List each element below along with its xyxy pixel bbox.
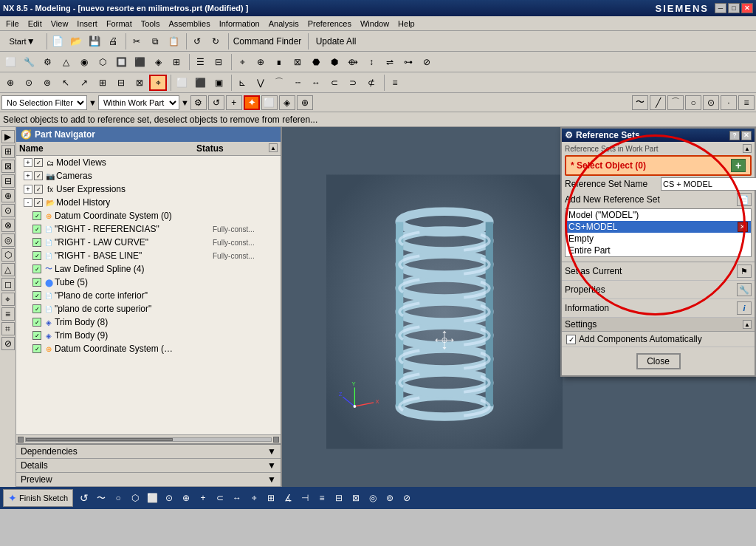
- tb2-btn11[interactable]: ☰: [191, 54, 209, 70]
- tb3-btn7[interactable]: ⊟: [112, 75, 130, 91]
- menu-information[interactable]: Information: [215, 18, 264, 30]
- menu-insert[interactable]: Insert: [72, 18, 102, 30]
- copy-btn[interactable]: ⧉: [146, 33, 164, 50]
- hscroll-track[interactable]: [25, 437, 272, 442]
- finish-sketch-button[interactable]: ✦ Finish Sketch: [3, 489, 73, 507]
- tb2-btn18[interactable]: ⬢: [326, 54, 343, 70]
- preview-header[interactable]: Preview ▼: [16, 473, 281, 486]
- task-tb-19[interactable]: ⊚: [382, 490, 398, 506]
- task-tb-11[interactable]: ⌖: [246, 490, 262, 506]
- tb3-btn17[interactable]: ↔: [307, 75, 325, 91]
- pn-row-plano-superior[interactable]: ✓ 📄 "plano de corte superior": [16, 302, 281, 315]
- open-btn[interactable]: 📂: [67, 33, 85, 50]
- filter-pt-btn[interactable]: ·: [721, 95, 737, 110]
- task-tb-10[interactable]: ↔: [229, 490, 245, 506]
- tb2-btn20[interactable]: ↕: [362, 54, 380, 70]
- filter-reset-btn[interactable]: ↺: [208, 95, 224, 110]
- task-tb-7[interactable]: ⊕: [178, 490, 194, 506]
- pn-row-cameras[interactable]: + ✓ 📷 Cameras: [16, 169, 281, 182]
- task-tb-13[interactable]: ∡: [280, 490, 296, 506]
- pn-hscrollbar[interactable]: [16, 434, 281, 443]
- task-tb-4[interactable]: ⬡: [127, 490, 143, 506]
- side-icon-6[interactable]: ⊙: [1, 204, 15, 217]
- rsd-list-item-empty[interactable]: Empty: [566, 233, 751, 245]
- tb3-btn8[interactable]: ⊠: [131, 75, 148, 91]
- menu-tools[interactable]: Tools: [137, 18, 165, 30]
- rsd-list-item-cs-model[interactable]: CS+MODEL ✕: [566, 221, 751, 233]
- tb2-btn21[interactable]: ⇌: [381, 54, 399, 70]
- menu-help[interactable]: Help: [394, 18, 419, 30]
- rsd-settings-expand-btn[interactable]: ▲: [743, 320, 752, 329]
- details-header[interactable]: Details ▼: [16, 459, 281, 472]
- check-cameras[interactable]: ✓: [34, 171, 43, 180]
- tb2-btn3[interactable]: ⚙: [38, 54, 56, 70]
- tb3-btn1[interactable]: ⊕: [1, 75, 19, 91]
- check-trim-body-9[interactable]: ✓: [32, 331, 41, 340]
- task-tb-8[interactable]: +: [195, 490, 211, 506]
- task-tb-1[interactable]: ↺: [76, 490, 92, 506]
- filter-arc-btn[interactable]: ⌒: [667, 95, 684, 110]
- pn-row-right-ref[interactable]: ✓ 📄 "RIGHT - REFERENCIAS" Fully-const...: [16, 222, 281, 236]
- side-icon-13[interactable]: ≡: [1, 307, 15, 321]
- filter-curve-btn[interactable]: 〜: [632, 95, 648, 110]
- check-trim-body-8[interactable]: ✓: [32, 318, 41, 327]
- cut-btn[interactable]: ✂: [128, 33, 145, 50]
- undo-btn[interactable]: ↺: [188, 33, 206, 50]
- menu-window[interactable]: Window: [356, 18, 394, 30]
- check-model-history[interactable]: ✓: [34, 198, 43, 207]
- rsd-information-row[interactable]: Information i: [562, 299, 755, 318]
- task-tb-5[interactable]: ⬜: [144, 490, 160, 506]
- side-icon-10[interactable]: △: [1, 263, 15, 276]
- no-selection-filter-dropdown[interactable]: No Selection Filter: [1, 95, 87, 110]
- menu-file[interactable]: File: [1, 18, 24, 30]
- rsd-close-x-btn[interactable]: ✕: [741, 131, 752, 140]
- pn-row-datum-coord[interactable]: ✓ ⊕ Datum Coordinate System (0): [16, 209, 281, 222]
- menu-format[interactable]: Format: [102, 18, 137, 30]
- side-icon-8[interactable]: ◎: [1, 233, 15, 247]
- tb2-btn23[interactable]: ⊘: [418, 54, 436, 70]
- side-icon-1[interactable]: ▶: [1, 130, 15, 143]
- filter-add-btn[interactable]: +: [226, 95, 242, 110]
- tb2-btn22[interactable]: ⊶: [399, 54, 417, 70]
- filter-box-btn[interactable]: ⬜: [261, 95, 278, 110]
- menu-edit[interactable]: Edit: [24, 18, 47, 30]
- side-icon-11[interactable]: ◻: [1, 278, 15, 291]
- tb3-btn19[interactable]: ⊃: [344, 75, 362, 91]
- side-icon-2[interactable]: ⊞: [1, 145, 15, 158]
- within-work-part-dropdown[interactable]: Within Work Part an: [98, 95, 179, 110]
- menu-analysis[interactable]: Analysis: [264, 18, 303, 30]
- tb3-btn14[interactable]: ⋁: [252, 75, 269, 91]
- check-model-views[interactable]: ✓: [34, 158, 43, 167]
- tb3-btn5[interactable]: ↗: [75, 75, 93, 91]
- 3d-viewport[interactable]: X Y Z: [282, 127, 756, 487]
- tb3-btn10[interactable]: ⬜: [173, 75, 190, 91]
- check-user-expr[interactable]: ✓: [34, 185, 43, 194]
- task-tb-6[interactable]: ⊙: [161, 490, 177, 506]
- tb3-btn9[interactable]: ⌖: [149, 75, 167, 91]
- tb3-btn4[interactable]: ↖: [57, 75, 75, 91]
- side-icon-7[interactable]: ⊗: [1, 219, 15, 232]
- tb2-btn17[interactable]: ⬣: [307, 54, 325, 70]
- cmd-finder-btn[interactable]: Command Finder: [230, 33, 304, 50]
- tb3-btn15[interactable]: ⌒: [270, 75, 288, 91]
- task-tb-16[interactable]: ⊟: [331, 490, 347, 506]
- rsd-add-object-btn[interactable]: +: [731, 159, 746, 172]
- paste-btn[interactable]: 📋: [165, 33, 182, 50]
- tb2-btn12[interactable]: ⊟: [210, 54, 227, 70]
- tb3-btn20[interactable]: ⊄: [362, 75, 380, 91]
- tb3-btn3[interactable]: ⊚: [38, 75, 56, 91]
- side-icon-15[interactable]: ⊘: [1, 337, 15, 350]
- update-all-btn[interactable]: Update All: [310, 33, 362, 50]
- filter-settings-btn[interactable]: ⚙: [190, 95, 207, 110]
- task-tb-14[interactable]: ⊣: [297, 490, 313, 506]
- rsd-refset-name-input[interactable]: [661, 177, 756, 191]
- redo-btn[interactable]: ↻: [207, 33, 224, 50]
- pn-row-base-line[interactable]: ✓ 📄 "RIGHT - BASE LINE" Fully-const...: [16, 249, 281, 262]
- task-tb-15[interactable]: ≡: [314, 490, 330, 506]
- pn-row-plano-inferior[interactable]: ✓ 📄 "Plano de corte inferior": [16, 289, 281, 302]
- tb2-btn14[interactable]: ⊕: [252, 54, 269, 70]
- new-btn[interactable]: 📄: [49, 33, 66, 50]
- pn-row-trim-body-9[interactable]: ✓ ◈ Trim Body (9): [16, 329, 281, 342]
- task-tb-18[interactable]: ◎: [365, 490, 381, 506]
- rsd-set-current-icon[interactable]: ⚑: [737, 265, 752, 278]
